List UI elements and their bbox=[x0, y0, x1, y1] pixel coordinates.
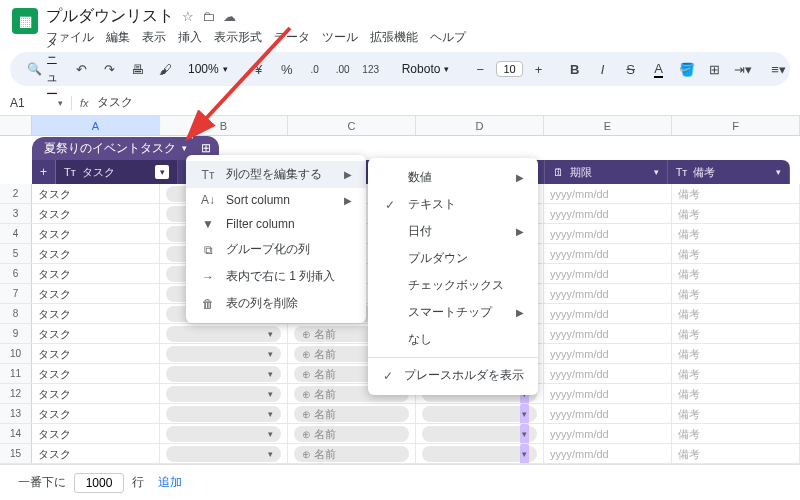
zoom-select[interactable]: 100%▾ bbox=[181, 59, 235, 79]
menu-view[interactable]: 表示 bbox=[142, 29, 166, 46]
col-header-d[interactable]: D bbox=[416, 116, 544, 135]
col-dropdown-icon[interactable]: ▾ bbox=[155, 165, 169, 179]
cell-deadline[interactable]: yyyy/mm/dd bbox=[544, 424, 672, 443]
inc-decimal-icon[interactable]: .00 bbox=[331, 57, 355, 81]
status-chip[interactable]: ▾ bbox=[166, 426, 281, 442]
cell-note[interactable]: 備考 bbox=[672, 264, 800, 283]
menu-format[interactable]: 表示形式 bbox=[214, 29, 262, 46]
status-chip[interactable]: ▾ bbox=[166, 326, 281, 342]
owner-chip[interactable]: ⊕ 名前 bbox=[294, 406, 409, 422]
halign-icon[interactable]: ≡▾ bbox=[767, 57, 791, 81]
cell-deadline[interactable]: yyyy/mm/dd bbox=[544, 204, 672, 223]
cell-task[interactable]: タスク bbox=[32, 424, 160, 443]
fill-color-icon[interactable]: 🪣 bbox=[675, 57, 699, 81]
owner-chip[interactable]: ⊕ 名前 bbox=[294, 426, 409, 442]
select-all-corner[interactable] bbox=[0, 116, 32, 135]
undo-icon[interactable]: ↶ bbox=[69, 57, 93, 81]
cell-task[interactable]: タスク bbox=[32, 244, 160, 263]
menu-tools[interactable]: ツール bbox=[322, 29, 358, 46]
cell-status[interactable]: ▾ bbox=[160, 404, 288, 423]
cell-note[interactable]: 備考 bbox=[672, 304, 800, 323]
col-header-c[interactable]: C bbox=[288, 116, 416, 135]
menu-item[interactable]: なし bbox=[368, 326, 538, 353]
cell-stage[interactable]: ▾ bbox=[416, 424, 544, 443]
row-header[interactable]: 4 bbox=[0, 224, 32, 243]
font-size-dec[interactable]: − bbox=[468, 57, 492, 81]
cell-task[interactable]: タスク bbox=[32, 404, 160, 423]
row-header[interactable]: 12 bbox=[0, 384, 32, 403]
cell-deadline[interactable]: yyyy/mm/dd bbox=[544, 224, 672, 243]
cell-stage[interactable]: ▾ bbox=[416, 444, 544, 463]
menu-insert[interactable]: 挿入 bbox=[178, 29, 202, 46]
formula-value[interactable]: タスク bbox=[97, 94, 133, 111]
cell-deadline[interactable]: yyyy/mm/dd bbox=[544, 444, 672, 463]
cell-status[interactable]: ▾ bbox=[160, 364, 288, 383]
cell-note[interactable]: 備考 bbox=[672, 244, 800, 263]
menu-item[interactable]: ▼Filter column bbox=[186, 212, 366, 236]
add-row-button[interactable]: + bbox=[32, 160, 56, 184]
cell-deadline[interactable]: yyyy/mm/dd bbox=[544, 364, 672, 383]
table-col-task[interactable]: Tт タスク ▾ bbox=[56, 160, 178, 184]
cell-task[interactable]: タスク bbox=[32, 224, 160, 243]
menu-item[interactable]: 🗑表の列を削除 bbox=[186, 290, 366, 317]
status-chip[interactable]: ▾ bbox=[166, 406, 281, 422]
cell-task[interactable]: タスク bbox=[32, 284, 160, 303]
col-header-f[interactable]: F bbox=[672, 116, 800, 135]
cell-status[interactable]: ▾ bbox=[160, 384, 288, 403]
menu-item[interactable]: Tт列の型を編集する▶ bbox=[186, 161, 366, 188]
cell-note[interactable]: 備考 bbox=[672, 444, 800, 463]
col-header-b[interactable]: B bbox=[160, 116, 288, 135]
menu-item[interactable]: ⧉グループ化の列 bbox=[186, 236, 366, 263]
row-header[interactable]: 14 bbox=[0, 424, 32, 443]
cell-task[interactable]: タスク bbox=[32, 304, 160, 323]
stage-chip[interactable]: ▾ bbox=[422, 406, 537, 422]
menu-item[interactable]: →表内で右に 1 列挿入 bbox=[186, 263, 366, 290]
cell-note[interactable]: 備考 bbox=[672, 344, 800, 363]
paint-format-icon[interactable]: 🖌 bbox=[153, 57, 177, 81]
chevron-down-icon[interactable]: ▾ bbox=[776, 167, 781, 177]
cell-deadline[interactable]: yyyy/mm/dd bbox=[544, 404, 672, 423]
font-size-inc[interactable]: + bbox=[527, 57, 551, 81]
cloud-icon[interactable]: ☁ bbox=[223, 9, 236, 24]
menu-edit[interactable]: 編集 bbox=[106, 29, 130, 46]
print-icon[interactable]: 🖶 bbox=[125, 57, 149, 81]
row-header[interactable]: 9 bbox=[0, 324, 32, 343]
cell-note[interactable]: 備考 bbox=[672, 404, 800, 423]
cell-owner[interactable]: ⊕ 名前 bbox=[288, 444, 416, 463]
menu-item[interactable]: チェックボックス bbox=[368, 272, 538, 299]
cell-owner[interactable]: ⊕ 名前 bbox=[288, 424, 416, 443]
row-header[interactable]: 5 bbox=[0, 244, 32, 263]
text-color-icon[interactable]: A bbox=[647, 57, 671, 81]
status-chip[interactable]: ▾ bbox=[166, 366, 281, 382]
cell-deadline[interactable]: yyyy/mm/dd bbox=[544, 344, 672, 363]
row-header[interactable]: 15 bbox=[0, 444, 32, 463]
doc-title[interactable]: プルダウンリスト bbox=[46, 6, 174, 27]
menu-help[interactable]: ヘルプ bbox=[430, 29, 466, 46]
cell-deadline[interactable]: yyyy/mm/dd bbox=[544, 324, 672, 343]
cell-note[interactable]: 備考 bbox=[672, 184, 800, 203]
status-chip[interactable]: ▾ bbox=[166, 446, 281, 462]
cell-status[interactable]: ▾ bbox=[160, 424, 288, 443]
more-formats-icon[interactable]: 123 bbox=[359, 57, 383, 81]
owner-chip[interactable]: ⊕ 名前 bbox=[294, 446, 409, 462]
add-rows-input[interactable] bbox=[74, 473, 124, 493]
row-header[interactable]: 2 bbox=[0, 184, 32, 203]
cell-note[interactable]: 備考 bbox=[672, 204, 800, 223]
cell-deadline[interactable]: yyyy/mm/dd bbox=[544, 284, 672, 303]
row-header[interactable]: 3 bbox=[0, 204, 32, 223]
col-header-a[interactable]: A bbox=[32, 116, 160, 135]
font-select[interactable]: Roboto▾ bbox=[395, 59, 457, 79]
stage-chip[interactable]: ▾ bbox=[422, 426, 537, 442]
cell-owner[interactable]: ⊕ 名前 bbox=[288, 404, 416, 423]
cell-note[interactable]: 備考 bbox=[672, 424, 800, 443]
percent-icon[interactable]: % bbox=[275, 57, 299, 81]
row-header[interactable]: 10 bbox=[0, 344, 32, 363]
dec-decimal-icon[interactable]: .0 bbox=[303, 57, 327, 81]
cell-task[interactable]: タスク bbox=[32, 364, 160, 383]
menu-item[interactable]: A↓Sort column▶ bbox=[186, 188, 366, 212]
borders-icon[interactable]: ⊞ bbox=[703, 57, 727, 81]
cell-deadline[interactable]: yyyy/mm/dd bbox=[544, 244, 672, 263]
font-size-input[interactable]: 10 bbox=[496, 61, 522, 77]
cell-deadline[interactable]: yyyy/mm/dd bbox=[544, 264, 672, 283]
cell-note[interactable]: 備考 bbox=[672, 324, 800, 343]
